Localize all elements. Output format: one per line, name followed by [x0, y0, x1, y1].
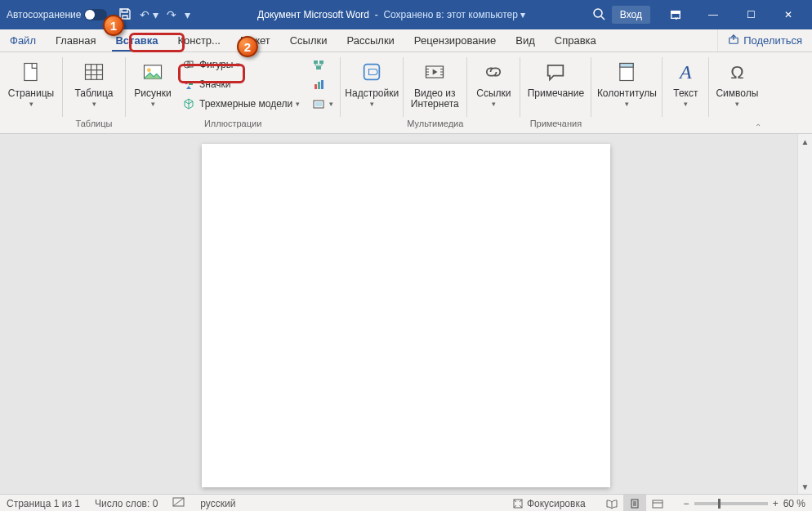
- online-video-button[interactable]: Видео из Интернета: [407, 56, 462, 110]
- proofing-icon[interactable]: [172, 496, 185, 510]
- group-text-label: [666, 119, 705, 133]
- shapes-button[interactable]: Фигуры ▾: [178, 56, 303, 74]
- group-media: Видео из Интернета Мультимедиа: [404, 52, 466, 133]
- page-count[interactable]: Страница 1 из 1: [7, 498, 80, 509]
- group-media-label: Мультимедиа: [407, 119, 463, 133]
- redo-icon[interactable]: ↷: [167, 8, 176, 21]
- chevron-down-icon: ▾: [92, 99, 96, 110]
- chevron-down-icon: ▾: [151, 99, 155, 110]
- word-count[interactable]: Число слов: 0: [95, 498, 158, 509]
- svg-rect-13: [314, 61, 318, 64]
- tab-help[interactable]: Справка: [545, 29, 606, 52]
- minimize-icon[interactable]: —: [694, 0, 732, 29]
- document-area: ▲ ▼: [0, 134, 812, 494]
- comment-button[interactable]: Примечание: [524, 56, 587, 99]
- tab-design[interactable]: Констр...: [167, 29, 230, 52]
- cube-icon: [181, 96, 196, 111]
- focus-mode[interactable]: Фокусировка: [512, 498, 586, 509]
- omega-icon: Ω: [730, 57, 743, 87]
- addins-button[interactable]: Надстройки ▾: [344, 56, 399, 110]
- table-label: Таблица: [74, 88, 113, 99]
- autosave-label: Автосохранение: [7, 9, 81, 20]
- headerfooter-button[interactable]: Колонтитулы ▾: [595, 56, 658, 110]
- quick-access-toolbar: ↶ ▾ ↷ ▾: [118, 7, 190, 23]
- zoom-out-button[interactable]: −: [684, 498, 689, 509]
- video-icon: [423, 57, 446, 87]
- language[interactable]: русский: [200, 498, 235, 509]
- screenshot-button[interactable]: ▾: [308, 95, 337, 113]
- read-mode-icon[interactable]: [600, 495, 623, 512]
- headerfooter-label: Колонтитулы: [597, 88, 657, 99]
- qat-customize-icon[interactable]: ▾: [185, 8, 190, 21]
- doc-title-text: Документ Microsoft Word: [257, 9, 369, 20]
- collapse-ribbon-icon[interactable]: ⌃: [753, 122, 763, 132]
- links-label: Ссылки: [476, 88, 511, 99]
- group-addins-label: [344, 119, 399, 133]
- chart-icon: [311, 77, 326, 92]
- tab-file[interactable]: Файл: [0, 29, 46, 52]
- zoom-slider[interactable]: [694, 502, 768, 505]
- print-layout-icon[interactable]: [623, 495, 646, 512]
- tab-view[interactable]: Вид: [506, 29, 545, 52]
- symbols-button[interactable]: Ω Символы ▾: [712, 56, 761, 110]
- svg-rect-18: [321, 80, 323, 89]
- links-button[interactable]: Ссылки ▾: [471, 56, 516, 110]
- group-tables-label: Таблицы: [66, 119, 122, 133]
- zoom-level[interactable]: 60 %: [783, 498, 805, 509]
- close-icon[interactable]: ✕: [770, 0, 807, 29]
- text-button[interactable]: A Текст ▾: [666, 56, 705, 110]
- group-links-label: [471, 119, 516, 133]
- tab-references[interactable]: Ссылки: [280, 29, 337, 52]
- tab-review[interactable]: Рецензирование: [404, 29, 506, 52]
- pages-button[interactable]: Страницы ▾: [3, 56, 59, 110]
- group-headerfooter-label: [595, 119, 658, 133]
- login-button[interactable]: Вход: [612, 6, 650, 24]
- svg-rect-14: [319, 61, 323, 64]
- ribbon-display-options-icon[interactable]: [657, 0, 694, 29]
- tab-mailings[interactable]: Рассылки: [337, 29, 404, 52]
- group-illustrations: Рисунки ▾ Фигуры ▾ Значки Трехмерные мод…: [126, 52, 340, 133]
- group-tables: Таблица ▾ Таблицы: [63, 52, 125, 133]
- table-button[interactable]: Таблица ▾: [66, 56, 122, 110]
- pictures-button[interactable]: Рисунки ▾: [129, 56, 176, 110]
- chevron-down-icon: ▾: [296, 100, 300, 108]
- svg-point-11: [185, 81, 188, 84]
- online-video-label: Видео из Интернета: [411, 88, 459, 110]
- table-icon: [83, 57, 105, 87]
- zoom-in-button[interactable]: +: [773, 498, 779, 509]
- addins-icon: [360, 57, 383, 87]
- chart-button[interactable]: [308, 75, 337, 93]
- page-icon: [20, 57, 42, 87]
- share-button[interactable]: Поделиться: [717, 29, 812, 52]
- scroll-down-icon[interactable]: ▼: [798, 479, 812, 494]
- group-illustrations-label: Иллюстрации: [129, 119, 337, 133]
- view-buttons: [600, 495, 669, 512]
- svg-rect-3: [671, 11, 680, 14]
- addins-label: Надстройки: [345, 88, 399, 99]
- zoom-controls: − + 60 %: [684, 498, 805, 509]
- group-comments: Примечание Примечания: [520, 52, 591, 133]
- search-icon[interactable]: [592, 7, 605, 23]
- group-pages: Страницы ▾: [0, 52, 62, 133]
- tab-home[interactable]: Главная: [46, 29, 105, 52]
- smartart-button[interactable]: [308, 56, 337, 74]
- icons-icon: [181, 77, 196, 92]
- pictures-icon: [141, 57, 164, 87]
- web-layout-icon[interactable]: [646, 495, 669, 512]
- undo-icon[interactable]: ↶ ▾: [140, 8, 158, 21]
- chevron-down-icon: ▾: [684, 99, 688, 110]
- maximize-icon[interactable]: ☐: [732, 0, 770, 29]
- pages-label: Страницы: [8, 88, 54, 99]
- group-pages-label: [3, 119, 59, 133]
- shapes-icon: [181, 57, 196, 72]
- scroll-track[interactable]: [798, 149, 812, 479]
- group-text: A Текст ▾: [663, 52, 708, 133]
- document-page[interactable]: [202, 144, 610, 487]
- vertical-scrollbar[interactable]: ▲ ▼: [797, 134, 812, 494]
- group-headerfooter: Колонтитулы ▾: [591, 52, 662, 133]
- icons-button[interactable]: Значки: [178, 75, 303, 93]
- scroll-up-icon[interactable]: ▲: [798, 134, 812, 149]
- group-addins: Надстройки ▾: [341, 52, 403, 133]
- callout-2: 2: [237, 36, 258, 57]
- 3d-models-button[interactable]: Трехмерные модели ▾: [178, 95, 303, 113]
